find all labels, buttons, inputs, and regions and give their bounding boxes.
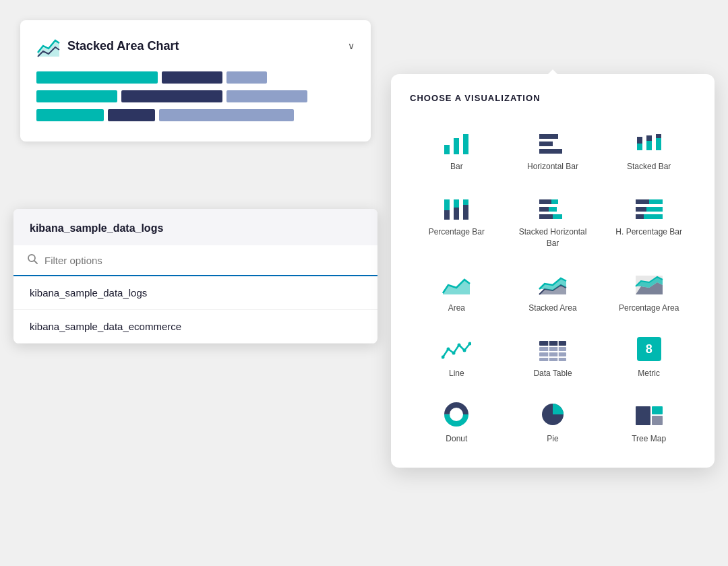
svg-rect-32 [644,214,663,219]
viz-item-area[interactable]: Area [410,261,504,321]
svg-rect-56 [652,406,663,414]
svg-rect-21 [539,199,551,204]
index-title-row: kibana_sample_data_logs [13,209,377,245]
index-title: kibana_sample_data_logs [30,222,163,234]
viz-item-percentage-area[interactable]: Percentage Area [602,261,696,321]
svg-rect-11 [646,141,652,150]
viz-item-stacked-area-label: Stacked Area [528,303,576,314]
viz-item-percentage-bar-label: Percentage Bar [429,226,485,238]
svg-rect-26 [553,214,562,219]
viz-chooser-panel: CHOOSE A VISUALIZATION Bar [391,74,715,468]
viz-item-area-label: Area [448,303,465,314]
horizontal-bar-icon [537,129,569,156]
h-percentage-bar-icon [633,194,665,221]
svg-point-40 [447,348,450,351]
viz-grid: Bar Horizontal Bar [410,119,696,451]
svg-point-42 [458,344,461,347]
svg-line-2 [34,261,37,263]
donut-icon [440,401,473,428]
stacked-area-icon [537,270,569,297]
svg-rect-13 [656,138,661,150]
viz-item-data-table-label: Data Table [533,368,572,379]
viz-item-horizontal-bar[interactable]: Horizontal Bar [506,119,600,179]
viz-item-tree-map[interactable]: Tree Map [602,391,696,451]
bar-segment [162,71,222,84]
svg-rect-22 [551,199,558,204]
percentage-bar-icon [440,194,473,221]
svg-rect-8 [539,149,562,154]
viz-item-donut[interactable]: Donut [410,391,504,451]
line-icon [440,336,473,363]
viz-item-metric[interactable]: 8 Metric [602,326,696,386]
bar-segment [159,109,294,121]
svg-rect-10 [637,137,642,144]
svg-rect-30 [646,207,663,212]
svg-rect-5 [463,134,468,154]
index-option-ecommerce[interactable]: kibana_sample_data_ecommerce [13,310,377,344]
background-chart-panel: Stacked Area Chart ∨ [20,20,371,142]
viz-item-pie[interactable]: Pie [506,391,600,451]
chart-bar-row-1 [36,71,355,84]
chart-title: Stacked Area Chart [67,39,179,53]
viz-item-stacked-bar-label: Stacked Bar [627,161,671,172]
svg-rect-47 [539,352,566,356]
data-table-icon [537,336,569,363]
index-option-logs[interactable]: kibana_sample_data_logs [13,276,377,310]
tree-map-icon [633,401,665,428]
svg-rect-20 [463,205,468,220]
chart-bar-row-2 [36,90,355,102]
bar-segment [226,90,307,102]
viz-item-stacked-horizontal-bar-label: Stacked Horizontal Bar [512,226,595,249]
svg-rect-16 [444,210,450,220]
search-box[interactable] [13,245,377,276]
viz-item-bar[interactable]: Bar [410,119,504,179]
bar-segment [121,90,222,102]
svg-rect-12 [646,135,652,141]
svg-rect-4 [454,138,459,154]
svg-rect-57 [652,416,663,425]
svg-rect-24 [549,207,557,212]
svg-rect-46 [539,347,566,351]
viz-item-stacked-area[interactable]: Stacked Area [506,261,600,321]
svg-rect-55 [636,406,650,425]
viz-item-percentage-area-label: Percentage Area [619,303,679,314]
viz-item-pie-label: Pie [547,433,558,445]
viz-item-line-label: Line [449,368,464,379]
bar-icon [440,129,473,156]
viz-heading: CHOOSE A VISUALIZATION [410,93,696,103]
bar-segment [36,71,158,84]
chart-header: Stacked Area Chart ∨ [36,34,355,58]
percentage-area-icon [633,270,665,297]
viz-item-stacked-horizontal-bar[interactable]: Stacked Horizontal Bar [506,185,600,256]
svg-rect-9 [637,144,642,150]
viz-item-h-percentage-bar-label: H. Percentage Bar [615,226,682,238]
viz-item-stacked-bar[interactable]: Stacked Bar [602,119,696,179]
svg-rect-7 [539,142,553,146]
viz-item-donut-label: Donut [446,433,467,445]
bar-segment [36,109,104,121]
chevron-down-icon: ∨ [348,40,355,51]
svg-point-53 [451,409,462,420]
metric-number: 8 [637,337,661,361]
viz-item-tree-map-label: Tree Map [632,433,666,445]
svg-rect-25 [539,214,553,219]
svg-rect-14 [656,134,661,138]
viz-item-horizontal-bar-label: Horizontal Bar [527,161,578,172]
svg-rect-18 [454,208,459,220]
chart-bar-row-3 [36,109,355,121]
viz-item-line[interactable]: Line [410,326,504,386]
filter-input[interactable] [44,255,364,266]
svg-rect-23 [539,207,549,212]
viz-item-percentage-bar[interactable]: Percentage Bar [410,185,504,256]
svg-rect-45 [539,341,566,346]
search-icon [27,253,38,267]
viz-item-data-table[interactable]: Data Table [506,326,600,386]
viz-item-h-percentage-bar[interactable]: H. Percentage Bar [602,185,696,256]
stacked-horizontal-bar-icon [537,194,569,221]
index-selector-panel: kibana_sample_data_logs kibana_sample_da… [13,209,377,344]
svg-point-41 [452,352,456,355]
viz-item-bar-label: Bar [450,161,463,172]
area-icon [440,270,473,297]
stacked-area-icon [36,34,61,58]
bar-segment [36,90,117,102]
